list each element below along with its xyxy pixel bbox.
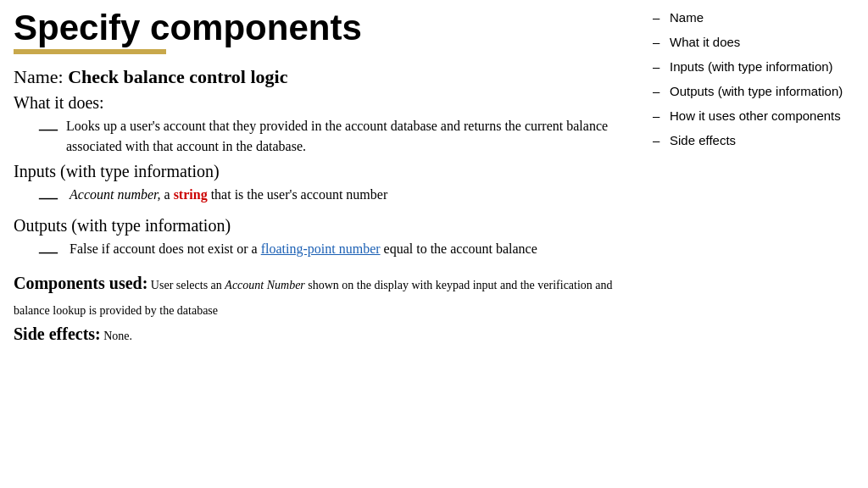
main-content: Specify components Name: Check balance c… xyxy=(14,8,641,344)
outputs-heading: Outputs (with type information) xyxy=(14,216,641,236)
sidebar-item: –What it does xyxy=(653,33,854,51)
sidebar-dash: – xyxy=(653,33,661,51)
bullet-dash-2: — xyxy=(39,185,58,211)
outputs-prefix: False if account does not exist or a xyxy=(70,241,261,256)
sidebar-item: –Inputs (with type information) xyxy=(653,58,854,75)
sidebar-item-label: What it does xyxy=(670,33,740,51)
outputs-suffix: equal to the account balance xyxy=(381,241,537,256)
inputs-end: that is the user's account number xyxy=(208,187,388,202)
sidebar-item-label: Name xyxy=(670,8,704,26)
what-it-does-text: Looks up a user's account that they prov… xyxy=(66,116,641,157)
what-it-does-heading: What it does: xyxy=(14,93,641,113)
sidebar-item: –Name xyxy=(653,8,854,26)
sidebar-item-label: Side effects xyxy=(670,131,736,149)
title-underline xyxy=(14,49,166,54)
inputs-italic: Account number, xyxy=(70,187,161,202)
sidebar-dash: – xyxy=(653,82,661,100)
sidebar-dash: – xyxy=(653,107,661,125)
bullet-dash-1: — xyxy=(39,116,54,142)
sidebar-item-label: How it uses other components xyxy=(670,107,841,125)
component-name-line: Name: Check balance control logic xyxy=(14,66,641,88)
components-used-label: Components used: xyxy=(14,274,147,292)
components-used-line: Components used: User selects an Account… xyxy=(14,270,641,321)
bullet-dash-3: — xyxy=(39,239,58,265)
sidebar-dash: – xyxy=(653,131,661,149)
components-label-strong: Components used: xyxy=(14,274,147,292)
components-italic: Account Number xyxy=(225,279,304,291)
sidebar-dash: – xyxy=(653,8,661,26)
sidebar-list: –Name–What it does–Inputs (with type inf… xyxy=(653,8,854,149)
what-it-does-bullet-item: — Looks up a user's account that they pr… xyxy=(39,116,641,157)
inputs-text: Account number, a string that is the use… xyxy=(70,185,387,205)
sidebar-item: –Side effects xyxy=(653,131,854,149)
sidebar-dash: – xyxy=(653,58,661,75)
page-title: Specify components xyxy=(14,8,641,47)
outputs-text: False if account does not exist or a flo… xyxy=(70,239,537,259)
side-effects-label: Side effects: xyxy=(14,324,101,343)
sidebar-item: –How it uses other components xyxy=(653,107,854,125)
floating-point-link[interactable]: floating-point number xyxy=(261,241,381,256)
side-effects-line: Side effects: None. xyxy=(14,324,641,344)
sidebar-item-label: Outputs (with type information) xyxy=(670,82,843,100)
sidebar-item-label: Inputs (with type information) xyxy=(670,58,833,75)
inputs-heading: Inputs (with type information) xyxy=(14,162,641,181)
side-effects-text: None. xyxy=(101,330,132,342)
component-name-value: Check balance control logic xyxy=(68,66,287,87)
inputs-bullet-item: — Account number, a string that is the u… xyxy=(39,185,641,211)
inputs-mid: a xyxy=(161,187,174,202)
name-label: Name: xyxy=(14,66,64,87)
outputs-bullet-item: — False if account does not exist or a f… xyxy=(39,239,641,265)
components-text: User selects an xyxy=(147,279,225,291)
inputs-string-type: string xyxy=(174,187,208,202)
sidebar-item: –Outputs (with type information) xyxy=(653,82,854,100)
sidebar: –Name–What it does–Inputs (with type inf… xyxy=(639,0,868,164)
